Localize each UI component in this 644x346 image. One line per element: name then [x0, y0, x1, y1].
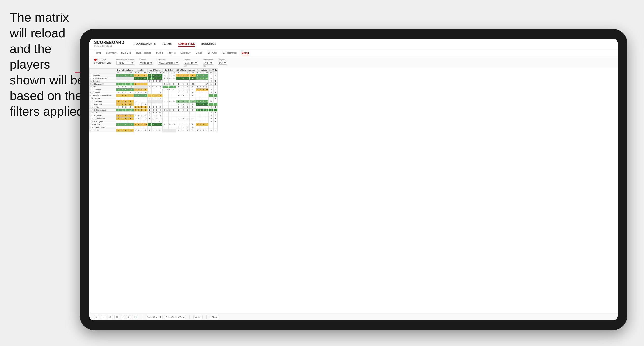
cell: 1 — [120, 129, 124, 132]
cell — [171, 129, 176, 132]
sub-l5: L — [181, 72, 185, 74]
region-select[interactable]: East - DII — [184, 61, 198, 65]
table-row: 13. N Klug 0010 110-2 1003 0210 01 — [90, 106, 218, 109]
cell — [128, 120, 134, 123]
cell: 0 — [151, 123, 155, 126]
cell — [151, 100, 155, 103]
subnav-h2h-heatmap2[interactable]: H2H Heatmap — [222, 51, 237, 55]
full-view-option[interactable]: Full View — [94, 59, 112, 61]
undo-button[interactable]: ↩ — [94, 315, 100, 319]
matrix-area[interactable]: 2. M Kelly Mulcahy 6. A Dy 11. G Woods 2… — [89, 68, 618, 313]
cell: 0 — [176, 77, 181, 80]
redo-button[interactable]: ↪ — [101, 315, 106, 319]
cell: 0 — [185, 123, 190, 126]
players-select[interactable]: (All) — [218, 61, 227, 65]
subnav-summary1[interactable]: Summary — [106, 51, 116, 55]
cell: 1 — [166, 100, 168, 103]
conference-select[interactable]: (All) — [203, 61, 213, 65]
gender-select[interactable]: Women's — [139, 61, 153, 65]
compact-view-radio[interactable] — [94, 62, 96, 64]
cell: 0 — [176, 91, 181, 94]
subnav-teams[interactable]: Teams — [94, 51, 101, 55]
nav-committee[interactable]: COMMITTEE — [178, 41, 195, 46]
cell: 0 — [120, 103, 124, 106]
division-select[interactable]: NCAA Division II — [158, 61, 179, 65]
cell — [185, 97, 190, 100]
subnav-h2h-heatmap1[interactable]: H2H Heatmap — [136, 51, 151, 55]
cell — [134, 97, 138, 100]
subnav-h2h-grid2[interactable]: H2H Grid — [206, 51, 217, 55]
cell — [171, 117, 176, 120]
clock-button[interactable]: 🕐 — [132, 315, 138, 319]
cell: 1 — [134, 91, 138, 94]
zoom-in-button[interactable]: + — [126, 315, 131, 319]
cell: 0 — [208, 106, 213, 109]
refresh-button[interactable]: ⟳ — [108, 315, 113, 319]
max-players-select[interactable]: Top 25 — [116, 61, 134, 65]
cell: 0 — [140, 114, 143, 117]
cell — [134, 126, 138, 129]
cell — [208, 126, 213, 129]
cell: 8 — [190, 126, 196, 129]
cell — [148, 88, 152, 91]
cell: 0 — [185, 83, 190, 86]
cell — [120, 77, 124, 80]
cell: 3 — [158, 91, 163, 94]
cell: 3 — [158, 114, 163, 117]
subnav-detail[interactable]: Detail — [196, 51, 202, 55]
cell: 0 — [208, 109, 213, 112]
nav-rankings[interactable]: RANKINGS — [201, 41, 216, 46]
row-label: 5. A Nomrowski — [90, 83, 116, 86]
cell — [196, 126, 199, 129]
col-header-schumac: 23. L Marie Schumac. — [176, 69, 196, 72]
copy-button[interactable]: ⧉ — [114, 315, 119, 319]
cell: 0 — [168, 86, 171, 88]
cell: 0 — [124, 88, 128, 91]
table-row: 15. H Stranda 02011 01 — [90, 112, 218, 114]
cell: 1 — [214, 106, 218, 109]
cell — [208, 123, 213, 126]
save-custom-button[interactable]: Save Custom View — [164, 315, 186, 319]
cell: 2 — [162, 123, 166, 126]
cell: 0 — [124, 114, 128, 117]
cell — [168, 112, 171, 114]
cell: 0 — [196, 103, 199, 106]
subnav-players[interactable]: Players — [168, 51, 176, 55]
cell: 1 — [208, 97, 213, 100]
view-original-button[interactable]: View: Original — [146, 315, 162, 319]
subnav-matrix1[interactable]: Matrix — [156, 51, 163, 55]
subnav-matrix2[interactable]: Matrix — [242, 51, 248, 55]
row-label: 8. M Torres — [90, 91, 116, 94]
full-view-radio[interactable] — [94, 59, 96, 61]
sub-t1: T — [124, 72, 128, 74]
cell: 0 — [202, 86, 204, 88]
cell: 1 — [120, 74, 124, 77]
cell — [151, 120, 155, 123]
cell: 0 — [190, 86, 196, 88]
cell: 5 — [171, 109, 176, 112]
cell — [202, 80, 204, 83]
cell: 17 — [190, 100, 196, 103]
nav-links: TOURNAMENTS TEAMS COMMITTEE RANKINGS — [134, 41, 216, 46]
cell — [202, 112, 204, 114]
cell: 4 — [199, 100, 202, 103]
cell — [202, 126, 204, 129]
zoom-out-button[interactable]: - — [121, 315, 125, 319]
cell: 0 — [155, 112, 158, 114]
subnav-h2h-grid1[interactable]: H2H Grid — [121, 51, 131, 55]
compact-view-option[interactable]: Compact View — [94, 62, 112, 64]
row-label: 19. J Kanh — [90, 123, 116, 126]
conference-filter: Conference (All) (All) — [203, 59, 213, 67]
cell: 1 — [124, 106, 128, 109]
nav-teams[interactable]: TEAMS — [162, 41, 172, 46]
cell: 1 — [176, 109, 181, 112]
nav-tournaments[interactable]: TOURNAMENTS — [134, 41, 156, 46]
watch-button[interactable]: Watch — [193, 315, 203, 319]
cell: 0 — [155, 109, 158, 112]
cell: 17 — [158, 80, 163, 83]
subnav-summary2[interactable]: Summary — [180, 51, 191, 55]
cell: 0 — [124, 86, 128, 88]
table-row: 21. O Stoll 41019 10114 11010 2211 1109 … — [90, 129, 218, 132]
cell: 46 — [204, 77, 208, 80]
share-button[interactable]: Share — [210, 315, 219, 319]
